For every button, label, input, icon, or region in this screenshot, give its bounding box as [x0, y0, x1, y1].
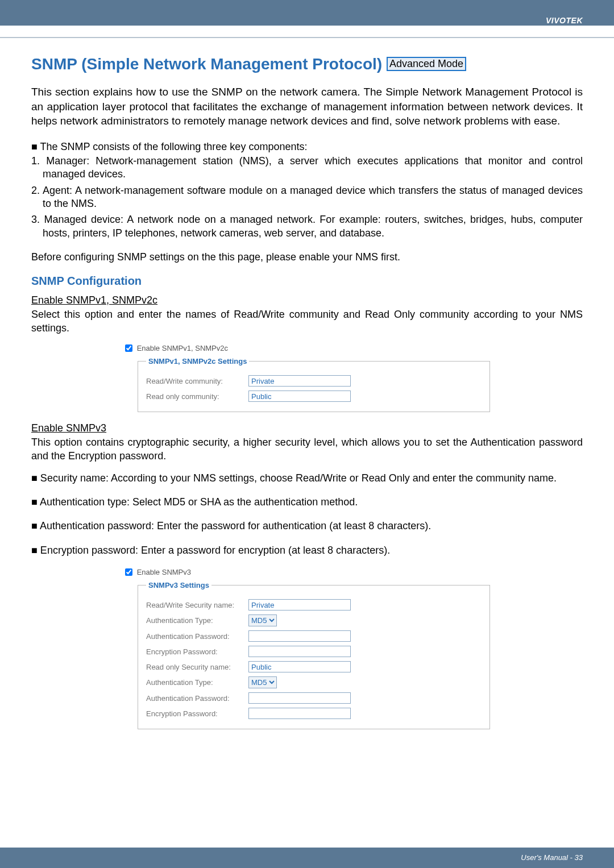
v1v2-settings-legend: SNMPv1, SNMPv2c Settings	[146, 357, 249, 366]
ro-community-input[interactable]	[248, 391, 351, 402]
auth-type-label-2: Authentication Type:	[146, 678, 248, 687]
auth-type-select-1[interactable]: MD5	[248, 614, 277, 626]
enc-password-input-2[interactable]	[248, 708, 351, 719]
enable-v1v2-paragraph: Select this option and enter the names o…	[31, 308, 583, 335]
title-text: SNMP (Simple Network Management Protocol…	[31, 55, 387, 73]
rw-security-name-label: Read/Write Security name:	[146, 601, 248, 609]
page-content: SNMP (Simple Network Management Protocol…	[0, 38, 614, 729]
rw-community-input[interactable]	[248, 375, 351, 387]
component-3: 3. Managed device: A network node on a m…	[31, 213, 583, 240]
v3-settings-legend: SNMPv3 Settings	[146, 581, 211, 589]
auth-type-select-2[interactable]: MD5	[248, 676, 277, 688]
ro-community-label: Read only community:	[146, 392, 248, 401]
auth-password-input-2[interactable]	[248, 692, 351, 704]
before-configuring-text: Before configuring SNMP settings on the …	[31, 251, 583, 263]
snmp-v3-form: Enable SNMPv3 SNMPv3 Settings Read/Write…	[125, 567, 583, 729]
enable-v3-heading: Enable SNMPv3	[31, 422, 583, 434]
enable-v3-checkbox[interactable]	[125, 568, 132, 576]
ro-security-name-label: Read only Security name:	[146, 663, 248, 671]
auth-password-input-1[interactable]	[248, 630, 351, 642]
footer-text: User's Manual - 33	[521, 853, 583, 862]
advanced-mode-badge: Advanced Mode	[387, 57, 466, 71]
intro-paragraph: This section explains how to use the SNM…	[31, 85, 583, 128]
ro-security-name-input[interactable]	[248, 661, 351, 672]
enable-v1v2-heading: Enable SNMPv1, SNMPv2c	[31, 294, 583, 306]
component-2: 2. Agent: A network-management software …	[31, 184, 583, 211]
snmp-configuration-heading: SNMP Configuration	[31, 275, 583, 288]
page-title: SNMP (Simple Network Management Protocol…	[31, 55, 583, 73]
v1v2-settings-fieldset: SNMPv1, SNMPv2c Settings Read/Write comm…	[138, 357, 490, 412]
enc-password-input-1[interactable]	[248, 646, 351, 657]
enable-v3-checkbox-label: Enable SNMPv3	[137, 568, 191, 576]
enc-password-label-1: Encryption Password:	[146, 647, 248, 656]
enable-v3-checkbox-row: Enable SNMPv3	[125, 567, 583, 576]
enc-password-label-2: Encryption Password:	[146, 709, 248, 718]
bullet-auth-type: ■ Authentication type: Select MD5 or SHA…	[31, 495, 583, 509]
bullet-enc-password: ■ Encryption password: Enter a password …	[31, 543, 583, 557]
auth-password-label-1: Authentication Password:	[146, 632, 248, 641]
rw-security-name-input[interactable]	[248, 599, 351, 610]
component-1: 1. Manager: Network-management station (…	[31, 155, 583, 181]
auth-type-label-1: Authentication Type:	[146, 616, 248, 625]
components-lead: ■ The SNMP consists of the following thr…	[31, 141, 583, 153]
header-band	[0, 0, 614, 26]
enable-v1v2-checkbox-label: Enable SNMPv1, SNMPv2c	[137, 344, 228, 352]
enable-v3-paragraph: This option contains cryptographic secur…	[31, 436, 583, 463]
v3-settings-fieldset: SNMPv3 Settings Read/Write Security name…	[138, 581, 490, 729]
bullet-security-name: ■ Security name: According to your NMS s…	[31, 471, 583, 485]
page-footer: User's Manual - 33	[0, 848, 614, 868]
rw-community-label: Read/Write community:	[146, 377, 248, 385]
snmp-v1v2-form: Enable SNMPv1, SNMPv2c SNMPv1, SNMPv2c S…	[125, 343, 583, 412]
brand-label: VIVOTEK	[546, 16, 583, 25]
enable-v1v2-checkbox[interactable]	[125, 344, 132, 352]
bullet-auth-password: ■ Authentication password: Enter the pas…	[31, 519, 583, 533]
auth-password-label-2: Authentication Password:	[146, 694, 248, 703]
enable-v1v2-checkbox-row: Enable SNMPv1, SNMPv2c	[125, 343, 583, 352]
